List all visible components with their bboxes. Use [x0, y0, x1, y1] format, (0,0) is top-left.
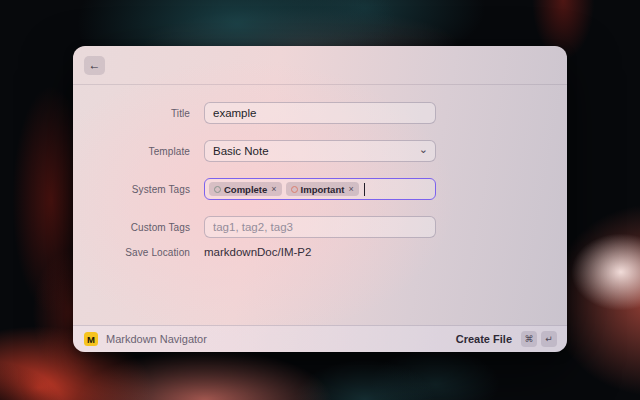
- tag-chip-label: Important: [301, 184, 345, 195]
- template-selected-value: Basic Note: [213, 145, 269, 157]
- remove-tag-icon[interactable]: ×: [271, 184, 276, 194]
- form-row-save-location: Save Location markdownDoc/IM-P2: [73, 241, 567, 263]
- title-label: Title: [73, 108, 190, 119]
- custom-tags-label: Custom Tags: [73, 222, 190, 233]
- return-key-icon: ↵: [541, 331, 557, 347]
- form-row-custom-tags: Custom Tags: [73, 216, 567, 238]
- template-select[interactable]: Basic Note: [204, 140, 436, 162]
- form-row-system-tags: System Tags Complete × Important ×: [73, 178, 567, 200]
- form-row-template: Template Basic Note ⌄: [73, 140, 567, 162]
- remove-tag-icon[interactable]: ×: [348, 184, 353, 194]
- back-arrow-icon: ←: [89, 58, 101, 72]
- create-file-action[interactable]: Create File ⌘ ↵: [456, 331, 557, 347]
- command-key-icon: ⌘: [521, 331, 537, 347]
- dialog-header: ←: [73, 46, 567, 85]
- tag-color-circle-icon: [214, 186, 221, 193]
- tag-chip-complete[interactable]: Complete ×: [209, 182, 282, 196]
- dialog-footer: M Markdown Navigator Create File ⌘ ↵: [73, 325, 567, 352]
- create-file-form: Title Template Basic Note ⌄ System Tags …: [73, 85, 567, 263]
- app-name: Markdown Navigator: [106, 333, 207, 345]
- tag-chip-important[interactable]: Important ×: [286, 182, 359, 196]
- form-row-title: Title: [73, 102, 567, 124]
- save-location-value: markdownDoc/IM-P2: [204, 241, 436, 263]
- save-location-label: Save Location: [73, 247, 190, 258]
- create-file-dialog: ← Title Template Basic Note ⌄ System Tag…: [73, 46, 567, 352]
- system-tags-input[interactable]: Complete × Important ×: [204, 178, 436, 200]
- tag-chip-label: Complete: [224, 184, 267, 195]
- create-file-button[interactable]: Create File: [456, 333, 512, 345]
- title-input[interactable]: [204, 102, 436, 124]
- markdown-navigator-app-icon: M: [84, 332, 98, 346]
- text-caret: [364, 183, 365, 196]
- tag-color-circle-icon: [291, 186, 298, 193]
- system-tags-label: System Tags: [73, 184, 190, 195]
- template-label: Template: [73, 146, 190, 157]
- custom-tags-input[interactable]: [204, 216, 436, 238]
- back-button[interactable]: ←: [84, 56, 105, 75]
